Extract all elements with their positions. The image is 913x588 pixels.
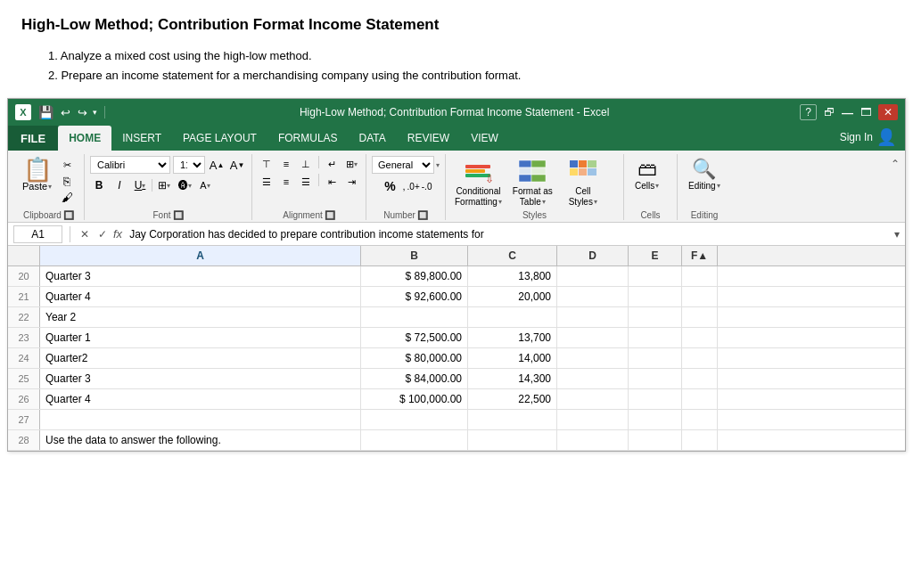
cancel-formula-btn[interactable]: ✕: [78, 227, 92, 241]
close-btn[interactable]: ✕: [878, 104, 898, 120]
col-header-a[interactable]: A: [40, 246, 361, 265]
tab-insert[interactable]: INSERT: [111, 126, 172, 151]
maximize-btn[interactable]: 🗖: [860, 106, 871, 118]
save-quick-btn[interactable]: 💾: [37, 103, 55, 121]
cell-e28[interactable]: [629, 430, 682, 450]
cell-c21[interactable]: 20,000: [468, 287, 557, 306]
cell-a24[interactable]: Quarter2: [40, 348, 361, 368]
cut-button[interactable]: ✂: [59, 158, 75, 172]
format-painter-button[interactable]: 🖌: [59, 190, 75, 204]
align-center-btn[interactable]: ≡: [277, 174, 295, 190]
align-left-btn[interactable]: ☰: [258, 174, 276, 190]
font-expand-icon[interactable]: 🔲: [173, 210, 184, 220]
tab-page-layout[interactable]: PAGE LAYOUT: [172, 126, 267, 151]
paste-button[interactable]: 📋 Paste ▾: [19, 156, 55, 193]
cell-b28[interactable]: [361, 430, 468, 450]
cell-f27[interactable]: [682, 410, 718, 429]
alignment-expand-icon[interactable]: 🔲: [325, 210, 335, 220]
decrease-decimal-btn[interactable]: -.0: [422, 182, 432, 192]
cell-b25[interactable]: $ 84,000.00: [361, 369, 468, 388]
col-header-b[interactable]: B: [361, 246, 468, 265]
cell-f26[interactable]: [682, 389, 718, 409]
col-header-c[interactable]: C: [468, 246, 557, 265]
cell-f25[interactable]: [682, 369, 718, 388]
cell-a28[interactable]: Use the data to answer the following.: [40, 430, 361, 450]
clipboard-expand-icon[interactable]: 🔲: [63, 210, 74, 220]
indent-inc-btn[interactable]: ⇥: [342, 174, 360, 190]
cell-f23[interactable]: [682, 328, 718, 347]
font-family-select[interactable]: Calibri: [90, 156, 170, 174]
merge-btn[interactable]: ⊞▾: [342, 156, 360, 172]
cell-c26[interactable]: 22,500: [468, 389, 557, 409]
number-format-select[interactable]: General: [372, 156, 434, 174]
italic-button[interactable]: I: [111, 176, 128, 194]
qa-dropdown[interactable]: ▾: [93, 108, 97, 117]
cell-b20[interactable]: $ 89,800.00: [361, 266, 468, 286]
align-right-btn[interactable]: ☰: [297, 174, 315, 190]
cell-c27[interactable]: [468, 410, 557, 429]
bold-button[interactable]: B: [90, 176, 108, 194]
cell-c28[interactable]: [468, 430, 557, 450]
cell-e20[interactable]: [629, 266, 682, 286]
cell-b22[interactable]: [361, 307, 468, 327]
copy-button[interactable]: ⎘: [59, 174, 75, 188]
decrease-font-btn[interactable]: A▼: [228, 156, 246, 174]
percent-button[interactable]: %: [380, 176, 401, 197]
tab-view[interactable]: VIEW: [460, 126, 509, 151]
format-as-table-button[interactable]: Format as Table▾: [509, 156, 556, 208]
paste-dropdown[interactable]: ▾: [48, 183, 52, 191]
cell-b24[interactable]: $ 80,000.00: [361, 348, 468, 368]
underline-button[interactable]: U ▾: [131, 176, 149, 194]
cell-b21[interactable]: $ 92,600.00: [361, 287, 468, 306]
cell-e25[interactable]: [629, 369, 682, 388]
formula-input-display[interactable]: Jay Corporation has decided to prepare c…: [129, 228, 891, 241]
increase-decimal-btn[interactable]: .0+: [407, 182, 420, 192]
cell-styles-button[interactable]: Cell Styles▾: [560, 156, 606, 208]
cell-e24[interactable]: [629, 348, 682, 368]
cell-d22[interactable]: [557, 307, 629, 327]
cell-d20[interactable]: [557, 266, 629, 286]
cell-b26[interactable]: $ 100,000.00: [361, 389, 468, 409]
col-header-d[interactable]: D: [557, 246, 629, 265]
cell-a21[interactable]: Quarter 4: [40, 287, 361, 306]
border-button[interactable]: ⊞ ▾: [155, 176, 173, 194]
collapse-ribbon-btn[interactable]: ⌃: [891, 158, 900, 170]
editing-button[interactable]: 🔍 Editing ▾: [683, 156, 726, 192]
cell-a25[interactable]: Quarter 3: [40, 369, 361, 388]
cell-b27[interactable]: [361, 410, 468, 429]
increase-font-btn[interactable]: A▲: [208, 156, 226, 174]
cell-c23[interactable]: 13,700: [468, 328, 557, 347]
cell-c20[interactable]: 13,800: [468, 266, 557, 286]
tab-file[interactable]: FILE: [8, 126, 58, 151]
cell-e21[interactable]: [629, 287, 682, 306]
cell-f22[interactable]: [682, 307, 718, 327]
cell-a26[interactable]: Quarter 4: [40, 389, 361, 409]
cell-d24[interactable]: [557, 348, 629, 368]
comma-button[interactable]: ,: [403, 181, 406, 192]
cell-f28[interactable]: [682, 430, 718, 450]
cell-d23[interactable]: [557, 328, 629, 347]
tab-formulas[interactable]: FORMULAS: [267, 126, 349, 151]
tab-home[interactable]: HOME: [58, 126, 111, 151]
align-middle-btn[interactable]: ≡: [277, 156, 295, 172]
cell-a20[interactable]: Quarter 3: [40, 266, 361, 286]
cell-b23[interactable]: $ 72,500.00: [361, 328, 468, 347]
align-top-btn[interactable]: ⊤: [258, 156, 276, 172]
help-btn[interactable]: ?: [800, 104, 817, 120]
cell-e26[interactable]: [629, 389, 682, 409]
cell-c22[interactable]: [468, 307, 557, 327]
cell-a23[interactable]: Quarter 1: [40, 328, 361, 347]
cell-d21[interactable]: [557, 287, 629, 306]
col-header-e[interactable]: E: [629, 246, 682, 265]
confirm-formula-btn[interactable]: ✓: [95, 227, 110, 241]
cell-e22[interactable]: [629, 307, 682, 327]
formula-bar-expand-btn[interactable]: ▾: [894, 228, 900, 241]
minimize-btn[interactable]: —: [842, 106, 853, 119]
tab-review[interactable]: REVIEW: [397, 126, 460, 151]
cell-d28[interactable]: [557, 430, 629, 450]
cell-a27[interactable]: [40, 410, 361, 429]
cells-button[interactable]: 🗃 Cells ▾: [629, 156, 664, 192]
font-size-select[interactable]: 11: [173, 156, 205, 174]
align-bottom-btn[interactable]: ⊥: [297, 156, 315, 172]
cell-a22[interactable]: Year 2: [40, 307, 361, 327]
